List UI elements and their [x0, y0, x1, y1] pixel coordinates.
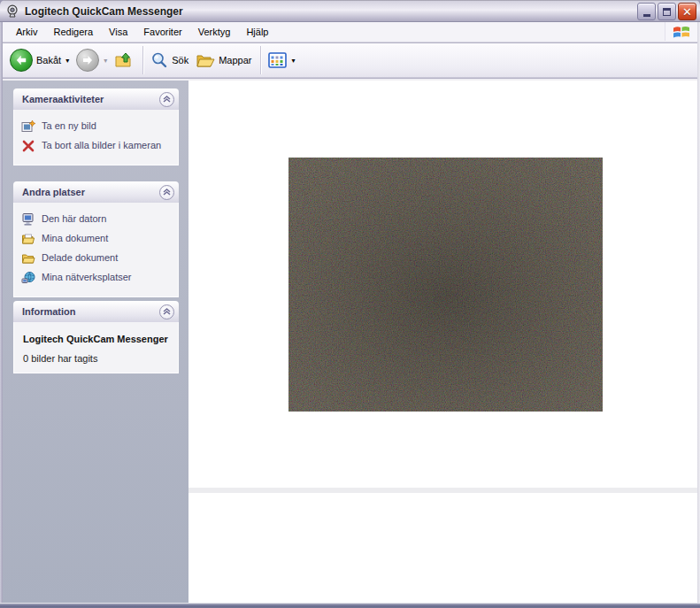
- close-button[interactable]: ✕: [678, 3, 696, 20]
- menu-bar: Arkiv Redigera Visa Favoriter Verktyg Hj…: [3, 22, 697, 42]
- collapse-button[interactable]: [159, 304, 174, 319]
- panel-title: Information: [22, 306, 76, 317]
- delete-icon: [21, 139, 35, 153]
- folders-label: Mappar: [219, 55, 251, 65]
- back-button[interactable]: Bakåt ▾: [10, 49, 69, 72]
- toolbar: Bakåt ▾ ▾: [3, 43, 697, 78]
- menu-arkiv[interactable]: Arkiv: [8, 23, 45, 41]
- chevron-up-icon: [162, 188, 172, 196]
- collapse-button[interactable]: [159, 185, 174, 200]
- task-sidebar: Kameraaktiviteter: [3, 81, 188, 603]
- network-places-link[interactable]: Mina nätverksplatser: [19, 268, 174, 288]
- windows-logo-icon: [665, 22, 697, 41]
- new-picture-icon: [21, 119, 35, 134]
- panel-other-places-body: Den här datorn Mina dokument: [13, 203, 179, 297]
- panel-title: Kameraaktiviteter: [22, 94, 104, 104]
- panel-camera-tasks: Kameraaktiviteter: [13, 89, 179, 165]
- folders-icon: [196, 51, 215, 69]
- menu-favoriter[interactable]: Favoriter: [135, 23, 189, 41]
- menu-verktyg[interactable]: Verktyg: [190, 23, 239, 41]
- menu-visa[interactable]: Visa: [101, 23, 135, 41]
- my-computer-link[interactable]: Den här datorn: [19, 210, 174, 229]
- shared-documents-icon: [21, 251, 35, 266]
- my-documents-icon: [21, 232, 35, 246]
- window-border-bottom: [0, 603, 700, 608]
- task-label: Delade dokument: [42, 251, 118, 264]
- webcam-app-icon: [5, 4, 20, 19]
- minimize-icon: [643, 14, 650, 17]
- panel-details-body: Logitech QuickCam Messenger 0 bilder har…: [13, 322, 179, 373]
- maximize-icon: [663, 8, 671, 16]
- search-label: Sök: [172, 55, 188, 65]
- back-label: Bakåt: [36, 55, 61, 65]
- app-window: Logitech QuickCam Messenger ✕ Arkiv Redi…: [0, 0, 700, 608]
- task-label: Mina nätverksplatser: [42, 271, 132, 283]
- up-button[interactable]: [114, 50, 134, 70]
- panel-camera-tasks-header[interactable]: Kameraaktiviteter: [13, 89, 179, 110]
- take-new-picture-link[interactable]: Ta en ny bild: [19, 117, 174, 136]
- views-dropdown-icon[interactable]: ▾: [291, 57, 295, 65]
- details-status: 0 bilder har tagits: [23, 353, 171, 364]
- forward-dropdown-icon: ▾: [104, 57, 107, 65]
- views-icon: [268, 52, 287, 68]
- back-dropdown-icon[interactable]: ▾: [65, 57, 69, 65]
- maximize-button[interactable]: [658, 3, 676, 20]
- shared-documents-link[interactable]: Delade dokument: [19, 249, 174, 268]
- view-bottom-edge: [188, 488, 697, 493]
- search-icon: [150, 51, 168, 69]
- panel-other-places: Andra platser: [13, 181, 179, 297]
- panel-details: Information Logitech QuickCam Messenger …: [13, 301, 179, 373]
- my-computer-icon: [21, 212, 35, 227]
- details-heading: Logitech QuickCam Messenger: [23, 333, 171, 345]
- toolbar-separator: [142, 46, 143, 74]
- forward-button[interactable]: ▾: [76, 49, 107, 72]
- panel-title: Andra platser: [22, 187, 85, 197]
- search-button[interactable]: Sök: [150, 51, 188, 69]
- client-area: Kameraaktiviteter: [3, 81, 697, 603]
- toolbar-separator-2: [260, 46, 261, 74]
- window-title: Logitech QuickCam Messenger: [25, 5, 183, 18]
- menu-redigera[interactable]: Redigera: [45, 23, 101, 41]
- my-documents-link[interactable]: Mina dokument: [19, 229, 174, 249]
- webcam-image[interactable]: [288, 158, 603, 412]
- panel-details-header[interactable]: Information: [13, 301, 179, 322]
- title-bar[interactable]: Logitech QuickCam Messenger ✕: [0, 0, 700, 22]
- task-label: Ta en ny bild: [42, 119, 96, 132]
- chevron-up-icon: [162, 95, 172, 104]
- task-label: Mina dokument: [42, 232, 108, 244]
- task-label: Den här datorn: [42, 212, 106, 225]
- panel-camera-tasks-body: Ta en ny bild Ta bort alla bilder i kame…: [13, 110, 179, 165]
- panel-other-places-header[interactable]: Andra platser: [13, 181, 179, 203]
- menu-hjalp[interactable]: Hjälp: [238, 23, 276, 41]
- collapse-button[interactable]: [159, 92, 174, 107]
- back-icon: [10, 49, 33, 72]
- network-places-icon: [21, 271, 35, 285]
- window-border-left: [0, 22, 3, 608]
- folders-button[interactable]: Mappar: [196, 51, 251, 69]
- folder-view[interactable]: [188, 81, 697, 603]
- minimize-button[interactable]: [637, 3, 656, 20]
- views-button[interactable]: ▾: [268, 52, 295, 68]
- up-folder-icon: [114, 50, 134, 70]
- close-icon: ✕: [682, 6, 692, 18]
- delete-all-pictures-link[interactable]: Ta bort alla bilder i kameran: [19, 136, 174, 156]
- task-label: Ta bort alla bilder i kameran: [42, 139, 161, 151]
- forward-icon: [76, 49, 99, 72]
- chevron-up-icon: [162, 307, 172, 316]
